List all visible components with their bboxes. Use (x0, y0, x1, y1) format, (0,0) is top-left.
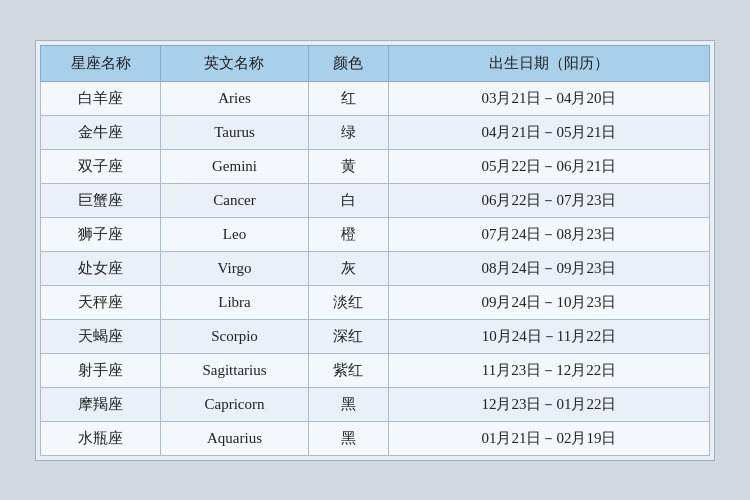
cell-zh: 射手座 (41, 353, 161, 387)
cell-en: Aries (161, 81, 308, 115)
cell-en: Sagittarius (161, 353, 308, 387)
cell-zh: 狮子座 (41, 217, 161, 251)
cell-color: 黑 (308, 421, 388, 455)
cell-en: Scorpio (161, 319, 308, 353)
cell-en: Leo (161, 217, 308, 251)
header-en: 英文名称 (161, 45, 308, 81)
cell-date: 08月24日－09月23日 (388, 251, 709, 285)
cell-zh: 摩羯座 (41, 387, 161, 421)
table-row: 狮子座Leo橙07月24日－08月23日 (41, 217, 710, 251)
cell-en: Cancer (161, 183, 308, 217)
cell-zh: 天蝎座 (41, 319, 161, 353)
cell-color: 紫红 (308, 353, 388, 387)
table-header-row: 星座名称 英文名称 颜色 出生日期（阳历） (41, 45, 710, 81)
table-row: 天秤座Libra淡红09月24日－10月23日 (41, 285, 710, 319)
header-color: 颜色 (308, 45, 388, 81)
cell-date: 06月22日－07月23日 (388, 183, 709, 217)
cell-color: 绿 (308, 115, 388, 149)
cell-date: 09月24日－10月23日 (388, 285, 709, 319)
cell-date: 11月23日－12月22日 (388, 353, 709, 387)
cell-zh: 水瓶座 (41, 421, 161, 455)
cell-en: Taurus (161, 115, 308, 149)
cell-date: 12月23日－01月22日 (388, 387, 709, 421)
cell-color: 橙 (308, 217, 388, 251)
header-zh: 星座名称 (41, 45, 161, 81)
cell-color: 黄 (308, 149, 388, 183)
table-row: 巨蟹座Cancer白06月22日－07月23日 (41, 183, 710, 217)
table-row: 摩羯座Capricorn黑12月23日－01月22日 (41, 387, 710, 421)
zodiac-table: 星座名称 英文名称 颜色 出生日期（阳历） 白羊座Aries红03月21日－04… (40, 45, 710, 456)
table-row: 天蝎座Scorpio深红10月24日－11月22日 (41, 319, 710, 353)
cell-zh: 双子座 (41, 149, 161, 183)
cell-date: 05月22日－06月21日 (388, 149, 709, 183)
cell-zh: 处女座 (41, 251, 161, 285)
cell-date: 07月24日－08月23日 (388, 217, 709, 251)
table-row: 白羊座Aries红03月21日－04月20日 (41, 81, 710, 115)
cell-en: Virgo (161, 251, 308, 285)
table-row: 金牛座Taurus绿04月21日－05月21日 (41, 115, 710, 149)
cell-date: 04月21日－05月21日 (388, 115, 709, 149)
cell-en: Gemini (161, 149, 308, 183)
cell-zh: 天秤座 (41, 285, 161, 319)
cell-en: Libra (161, 285, 308, 319)
cell-en: Aquarius (161, 421, 308, 455)
cell-color: 红 (308, 81, 388, 115)
cell-color: 黑 (308, 387, 388, 421)
cell-zh: 白羊座 (41, 81, 161, 115)
header-date: 出生日期（阳历） (388, 45, 709, 81)
cell-color: 白 (308, 183, 388, 217)
cell-en: Capricorn (161, 387, 308, 421)
cell-zh: 金牛座 (41, 115, 161, 149)
cell-color: 灰 (308, 251, 388, 285)
cell-color: 深红 (308, 319, 388, 353)
cell-zh: 巨蟹座 (41, 183, 161, 217)
cell-date: 01月21日－02月19日 (388, 421, 709, 455)
table-row: 射手座Sagittarius紫红11月23日－12月22日 (41, 353, 710, 387)
table-row: 处女座Virgo灰08月24日－09月23日 (41, 251, 710, 285)
cell-date: 03月21日－04月20日 (388, 81, 709, 115)
table-row: 双子座Gemini黄05月22日－06月21日 (41, 149, 710, 183)
cell-date: 10月24日－11月22日 (388, 319, 709, 353)
table-row: 水瓶座Aquarius黑01月21日－02月19日 (41, 421, 710, 455)
cell-color: 淡红 (308, 285, 388, 319)
zodiac-table-container: 星座名称 英文名称 颜色 出生日期（阳历） 白羊座Aries红03月21日－04… (35, 40, 715, 461)
